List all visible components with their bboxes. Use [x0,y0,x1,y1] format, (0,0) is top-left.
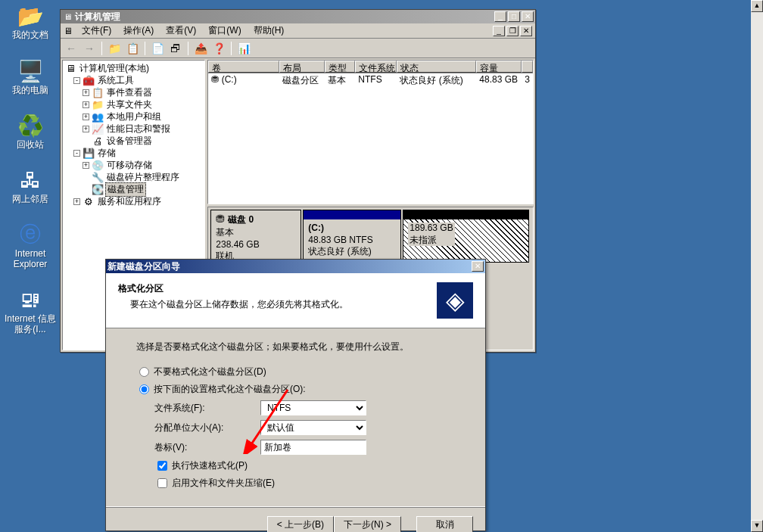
mdi-minimize-button[interactable]: _ [493,26,505,36]
tree-services[interactable]: 服务和应用程序 [96,195,163,208]
partition-header [403,210,528,219]
tree-storage[interactable]: 存储 [96,147,117,160]
page-scrollbar[interactable]: ▲ ▼ [751,0,763,532]
partition-status: 未指派 [410,235,437,245]
radio-format-input[interactable] [139,384,149,394]
back-button[interactable]: ← [64,41,79,56]
scroll-down-button[interactable]: ▼ [751,520,763,532]
refresh-button[interactable]: 🗗 [168,41,183,56]
minimize-button[interactable]: _ [494,11,506,22]
menu-view[interactable]: 查看(V) [160,23,202,39]
radio-no-format-input[interactable] [139,367,149,377]
menu-window[interactable]: 窗口(W) [202,23,247,39]
col-layout[interactable]: 布局 [279,61,325,73]
partition-info: 189.63 GB [410,222,453,233]
titlebar[interactable]: 🖥 计算机管理 _ □ ✕ [61,10,535,23]
expand-button[interactable]: + [83,89,89,96]
filesystem-label: 文件系统(F): [154,402,260,415]
expand-button[interactable]: + [83,126,89,132]
maximize-button[interactable]: □ [508,11,520,22]
tree-removable[interactable]: 可移动存储 [105,159,154,172]
compression-row[interactable]: 启用文件和文件夹压缩(E) [157,477,455,490]
volume-label-input[interactable] [260,440,366,455]
expand-button[interactable]: + [83,101,89,108]
view-button[interactable]: 📄 [150,41,165,56]
scroll-up-button[interactable]: ▲ [751,0,763,12]
expand-button[interactable]: - [73,77,80,84]
compression-checkbox[interactable] [157,478,167,488]
col-extra[interactable] [522,61,533,73]
menu-file[interactable]: 文件(F) [76,23,117,39]
settings-button[interactable]: 📊 [236,41,251,56]
drive-icon: ⛃ [211,74,219,85]
cancel-button[interactable]: 取消 [416,516,473,532]
allocation-label: 分配单位大小(A): [154,422,260,434]
next-button[interactable]: 下一步(N) > [334,516,401,532]
partition-status: 状态良好 (系统) [308,246,371,257]
volume-label: 卷标(V): [154,441,260,454]
tree-localusers[interactable]: 本地用户和组 [105,110,163,123]
radio-format[interactable]: 按下面的设置格式化这个磁盘分区(O): [139,383,455,396]
tree-root[interactable]: 计算机管理(本地) [78,62,151,75]
col-volume[interactable]: 卷 [208,61,279,73]
tree-systools[interactable]: 系统工具 [96,74,135,87]
partition-unallocated[interactable]: 189.63 GB 未指派 [403,210,529,263]
expand-button[interactable]: + [73,198,80,205]
col-capacity[interactable]: 容量 [476,61,522,73]
tree-perf[interactable]: 性能日志和警报 [105,123,172,135]
tree-eventviewer[interactable]: 事件查看器 [105,86,154,99]
list-row[interactable]: ⛃ (C:) 磁盘分区 基本 NTFS 状态良好 (系统) 48.83 GB 3 [208,73,533,86]
scroll-track[interactable] [751,12,763,520]
mdi-restore-button[interactable]: ❐ [506,26,519,36]
back-button[interactable]: < 上一步(B) [267,516,334,532]
expand-button[interactable]: + [83,162,89,169]
app-icon: 🖥 [62,11,73,22]
separator [101,42,102,55]
wizard-titlebar[interactable]: 新建磁盘分区向导 ✕ [106,260,485,273]
list-body[interactable]: ⛃ (C:) 磁盘分区 基本 NTFS 状态良好 (系统) 48.83 GB 3 [208,73,533,204]
expand-button[interactable]: + [83,114,89,120]
close-button[interactable]: ✕ [522,11,534,22]
desktop-icon-iis[interactable]: 🖳 Internet 信息服务(I... [4,288,57,335]
col-fs[interactable]: 文件系统 [355,61,397,73]
quick-format-row[interactable]: 执行快速格式化(P) [157,459,455,472]
menu-action[interactable]: 操作(A) [117,23,160,39]
up-button[interactable]: 📁 [107,41,122,56]
radio-no-format[interactable]: 不要格式化这个磁盘分区(D) [139,366,455,378]
iis-icon: 🖳 [18,288,42,312]
col-type[interactable]: 类型 [325,61,355,73]
tools-icon: 🧰 [83,74,95,86]
desktop-icon-mycomputer[interactable]: 🖥️ 我的电脑 [4,59,57,95]
new-partition-wizard: 新建磁盘分区向导 ✕ 格式化分区 要在这个磁盘分区上储存数据，您必须先将其格式化… [105,259,486,531]
tree-devmgr[interactable]: 设备管理器 [105,135,154,148]
help-button[interactable]: ❓ [211,41,226,56]
properties-button[interactable]: 📋 [125,41,140,56]
separator [231,42,232,55]
folder-icon: 📂 [18,4,42,28]
mdi-close-button[interactable]: ✕ [520,26,532,36]
desktop-icon-network[interactable]: 🖧 网上邻居 [4,168,57,204]
mdi-icon: 🖥 [64,26,73,36]
forward-button[interactable]: → [82,41,97,56]
desktop-icon-recycle[interactable]: ♻️ 回收站 [4,114,57,150]
partition-c[interactable]: (C:) 48.83 GB NTFS 状态良好 (系统) [303,210,401,263]
col-status[interactable]: 状态 [397,61,476,73]
checkbox-label: 启用文件和文件夹压缩(E) [172,477,275,490]
wizard-header: 格式化分区 要在这个磁盘分区上储存数据，您必须先将其格式化。 ◈ [106,273,485,328]
allocation-select[interactable]: 默认值 [260,420,366,435]
disk-drive-icon: ⛃ 磁盘 0 [216,213,296,226]
export-button[interactable]: 📤 [193,41,208,56]
disk-info[interactable]: ⛃ 磁盘 0 基本 238.46 GB 联机 [210,210,301,263]
quick-format-checkbox[interactable] [157,461,167,471]
desktop-icon-ie[interactable]: ⓔ Internet Explorer [4,222,57,270]
expand-button[interactable]: - [73,150,80,157]
filesystem-select[interactable]: NTFS [260,400,366,415]
checkbox-label: 执行快速格式化(P) [172,459,248,472]
wizard-footer: < 上一步(B) 下一步(N) > 取消 [106,506,485,532]
storage-icon: 💾 [83,147,95,159]
tree-shared[interactable]: 共享文件夹 [105,98,154,111]
desktop-icon-mydocs[interactable]: 📂 我的文档 [4,4,57,40]
close-button[interactable]: ✕ [472,261,484,272]
menu-help[interactable]: 帮助(H) [248,23,291,39]
icon-label: 回收站 [4,139,57,150]
